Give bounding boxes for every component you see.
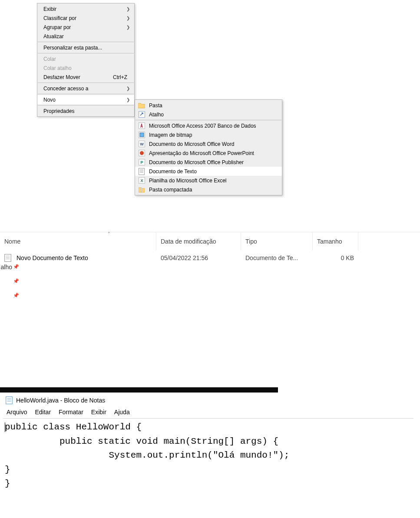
menu-item-novo[interactable]: Novo ❯ (37, 95, 134, 104)
access-icon (138, 122, 146, 129)
submenu-item-powerpoint[interactable]: Apresentação do Microsoft Office PowerPo… (135, 148, 282, 158)
menu-label: Propriedades (43, 108, 130, 114)
menu-label: Colar atalho (43, 65, 130, 71)
menu-label: Atualizar (43, 33, 130, 40)
menu-editar[interactable]: Editar (35, 409, 51, 416)
menu-label: Agrupar por (43, 24, 126, 30)
submenu-item-excel[interactable]: X Planilha do Microsoft Office Excel (135, 176, 282, 185)
svg-text:X: X (140, 178, 143, 183)
window-title: HelloWorld.java - Bloco de Notas (16, 397, 105, 404)
pin-icon: 📌 (13, 293, 19, 298)
pin-icon: 📌 (13, 264, 19, 270)
menu-formatar[interactable]: Formatar (59, 409, 83, 416)
notepad-icon (6, 396, 13, 404)
zip-icon (138, 186, 146, 193)
folder-icon (138, 102, 146, 109)
file-type-cell: Documento de Te... (241, 254, 313, 261)
menu-item-propriedades[interactable]: Propriedades (37, 106, 134, 115)
excel-icon: X (138, 177, 146, 184)
menu-item-colar: Colar (37, 54, 134, 63)
submenu-label: Imagem de bitmap (149, 132, 192, 138)
menu-item-classificar[interactable]: Classificar por ❯ (37, 13, 134, 23)
file-explorer: Nome ˄ Data de modificação Tipo Tamanho … (0, 232, 420, 265)
sort-ascending-icon: ˄ (108, 231, 110, 237)
quick-access-item[interactable]: 📌 (0, 274, 22, 288)
menu-exibir[interactable]: Exibir (91, 409, 106, 416)
menu-ajuda[interactable]: Ajuda (114, 409, 130, 416)
menu-item-personalizar[interactable]: Personalizar esta pasta... (37, 43, 134, 52)
separator (38, 94, 134, 94)
separator (38, 53, 134, 53)
column-header-name[interactable]: Nome ˄ (0, 232, 156, 251)
submenu-item-zip[interactable]: Pasta compactada (135, 185, 282, 194)
quick-access-sidebar: alho 📌 📌 📌 (0, 260, 22, 303)
text-file-icon (138, 168, 146, 175)
column-label: Data de modificação (161, 238, 216, 245)
submenu-label: Documento do Microsoft Office Word (149, 141, 234, 147)
chevron-right-icon: ❯ (126, 86, 130, 91)
quick-access-item[interactable]: 📌 (0, 288, 22, 303)
menu-item-agrupar[interactable]: Agrupar por ❯ (37, 23, 134, 32)
file-date: 05/04/2022 21:56 (161, 254, 208, 261)
svg-point-7 (140, 151, 144, 155)
submenu-label: Documento de Texto (149, 168, 197, 175)
menu-item-desfazer[interactable]: Desfazer Mover Ctrl+Z (37, 73, 134, 82)
svg-rect-3 (140, 133, 144, 137)
svg-rect-10 (139, 168, 145, 175)
chevron-right-icon: ❯ (126, 97, 130, 102)
menu-item-acesso[interactable]: Conceder acesso a ❯ (37, 84, 134, 93)
powerpoint-icon (138, 150, 146, 157)
notepad-titlebar[interactable]: HelloWorld.java - Bloco de Notas (3, 395, 413, 407)
column-label: Tamanho (317, 238, 342, 245)
menu-item-atualizar[interactable]: Atualizar (37, 32, 134, 41)
menu-item-colar-atalho: Colar atalho (37, 63, 134, 73)
submenu-label: Atalho (149, 112, 164, 118)
menu-label: Personalizar esta pasta... (43, 45, 130, 51)
submenu-item-publisher[interactable]: P Documento do Microsoft Office Publishe… (135, 158, 282, 167)
menu-item-exibir[interactable]: Exibir ❯ (37, 4, 134, 13)
submenu-item-atalho[interactable]: Atalho (135, 110, 282, 119)
menu-arquivo[interactable]: Arquivo (7, 409, 27, 416)
svg-text:W: W (140, 142, 144, 146)
file-row[interactable]: Novo Documento de Texto 05/04/2022 21:56… (0, 251, 420, 265)
submenu-item-bitmap[interactable]: Imagem de bitmap (135, 130, 282, 139)
code-content: public class HelloWorld { public static … (5, 422, 289, 488)
chevron-right-icon: ❯ (126, 16, 130, 20)
notepad-editor[interactable]: public class HelloWorld { public static … (3, 419, 413, 493)
context-menu: Exibir ❯ Classificar por ❯ Agrupar por ❯… (37, 3, 135, 117)
submenu-label: Pasta (149, 102, 162, 109)
submenu-item-access[interactable]: Microsoft Office Access 2007 Banco de Da… (135, 121, 282, 130)
separator (38, 42, 134, 42)
submenu-label: Pasta compactada (149, 187, 192, 193)
submenu-item-pasta[interactable]: Pasta (135, 101, 282, 110)
column-header-size[interactable]: Tamanho (313, 232, 358, 251)
submenu-label: Planilha do Microsoft Office Excel (149, 178, 227, 184)
column-label: Tipo (245, 238, 257, 245)
file-type: Documento de Te... (245, 254, 298, 261)
shortcut-icon (138, 111, 146, 118)
quick-access-item[interactable]: alho 📌 (0, 260, 22, 274)
column-header-date[interactable]: Data de modificação (156, 232, 241, 251)
submenu-item-texto[interactable]: Documento de Texto (135, 167, 282, 176)
menu-label: Conceder acesso a (43, 86, 126, 92)
file-date-cell: 05/04/2022 21:56 (156, 254, 241, 261)
word-icon: W (138, 141, 146, 148)
bitmap-icon (138, 132, 146, 139)
notepad-window: HelloWorld.java - Bloco de Notas Arquivo… (3, 395, 413, 493)
file-name: Novo Documento de Texto (17, 254, 88, 261)
menu-label: Classificar por (43, 15, 126, 21)
chevron-right-icon: ❯ (126, 25, 130, 30)
submenu-item-word[interactable]: W Documento do Microsoft Office Word (135, 139, 282, 148)
quick-access-label: alho (1, 264, 12, 271)
menu-label: Novo (43, 97, 126, 103)
submenu-label: Apresentação do Microsoft Office PowerPo… (149, 150, 254, 156)
column-header-type[interactable]: Tipo (241, 232, 313, 251)
menu-label: Desfazer Mover (43, 74, 113, 80)
menu-label: Exibir (43, 6, 126, 12)
submenu-novo: Pasta Atalho Microsoft Office Access 200… (135, 99, 282, 195)
chevron-right-icon: ❯ (126, 7, 130, 11)
submenu-label: Microsoft Office Access 2007 Banco de Da… (149, 123, 256, 129)
notepad-menubar: Arquivo Editar Formatar Exibir Ajuda (3, 407, 413, 419)
submenu-label: Documento do Microsoft Office Publisher (149, 159, 244, 165)
file-size-cell: 0 KB (313, 254, 358, 261)
